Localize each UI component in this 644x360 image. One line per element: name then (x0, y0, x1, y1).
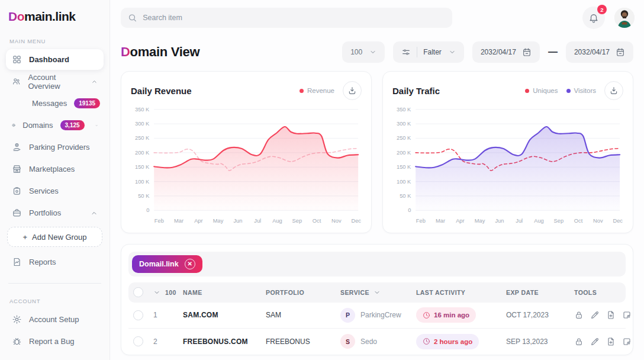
date-to-picker[interactable]: 2032/04/17 (566, 41, 633, 63)
sidebar-item-account-overview[interactable]: Account Overview (6, 71, 104, 92)
note-add-icon[interactable] (622, 310, 632, 320)
svg-text:May: May (475, 218, 485, 224)
chart-title: Daily Revenue (131, 86, 192, 96)
app-logo: Domain.link (6, 8, 104, 24)
svg-text:Dec: Dec (613, 218, 623, 224)
lock-icon[interactable] (574, 310, 584, 320)
download-icon (347, 86, 357, 95)
download-icon (609, 86, 619, 95)
daily-revenue-card: Daily Revenue Revenue 050 K100 K150 K200… (121, 71, 372, 233)
svg-text:300 K: 300 K (397, 121, 411, 127)
service-cell: P ParkingCrew (340, 308, 416, 323)
add-new-group-button[interactable]: + Add New Group (7, 227, 102, 247)
sidebar-item-dashboard[interactable]: Dashboard (6, 49, 104, 70)
exp-date: SEP 13,2023 (506, 338, 574, 346)
svg-text:50 K: 50 K (138, 193, 150, 199)
download-chart-button[interactable] (343, 81, 362, 100)
svg-text:300 K: 300 K (135, 121, 150, 127)
sidebar-item-marketplaces[interactable]: Marketplaces (6, 159, 104, 179)
remove-filter-icon[interactable]: ✕ (185, 259, 195, 269)
download-chart-button[interactable] (604, 81, 623, 100)
sidebar-item-label: Marketplaces (29, 165, 75, 173)
sidebar-item-account-setup[interactable]: Account Setup (6, 309, 104, 330)
chip-divider (417, 47, 417, 57)
sidebar-item-label: Messages (32, 99, 67, 108)
calendar-icon (522, 47, 532, 57)
user-avatar[interactable] (614, 8, 635, 28)
sidebar-item-parking-providers[interactable]: Parking Providers (6, 137, 104, 158)
chevron-down-icon[interactable] (153, 289, 160, 296)
sidebar-item-report-a-bug[interactable]: Report a Bug (6, 331, 104, 352)
legend-dot (525, 89, 529, 93)
notification-badge: 2 (597, 5, 607, 14)
svg-text:Mar: Mar (436, 218, 445, 224)
account-section-label: ACCOUNT (9, 298, 100, 304)
notifications-button[interactable]: 2 (582, 7, 605, 29)
lock-icon[interactable] (574, 337, 584, 346)
col-portfolio[interactable]: PORTFOLIO (266, 289, 340, 296)
service-avatar: S (340, 334, 355, 349)
title-gradient-part: D (121, 44, 130, 59)
sidebar-item-reports[interactable]: Reports (6, 252, 104, 272)
col-exp-date[interactable]: EXP DATE (506, 289, 574, 296)
search-bar[interactable] (121, 8, 452, 28)
sidebar-item-domains[interactable]: Domains 3,125 (6, 115, 104, 136)
sidebar-item-services[interactable]: Services (6, 181, 104, 201)
service-avatar: P (340, 308, 355, 323)
svg-text:350 K: 350 K (397, 107, 411, 112)
edit-pencil-icon[interactable] (590, 310, 600, 320)
filter-dropdown[interactable]: Falter (393, 41, 464, 63)
sidebar-item-messages[interactable]: Messages 19135 (6, 93, 104, 114)
title-rest: omain View (130, 44, 200, 59)
col-service[interactable]: SERVICE (340, 289, 416, 296)
svg-text:100 K: 100 K (135, 179, 150, 185)
table-header-row: 100 NAME PORTFOLIO SERVICE LAST ACTIVITY… (128, 282, 626, 303)
file-plus-icon[interactable] (606, 337, 616, 346)
portfolio-name: FREEBONUS (266, 338, 340, 346)
filter-tag-label: Domail.link (139, 260, 179, 268)
revenue-chart-svg: 050 K100 K150 K200 K250 K300 K350 KFebMa… (130, 104, 363, 227)
sidebar-item-portfolios[interactable]: Portfolios (6, 202, 104, 223)
filter-tag-chip[interactable]: Domail.link ✕ (132, 255, 202, 273)
trafic-chart: 050 K100 K150 K200 K250 K300 K350 KFebMa… (391, 104, 624, 227)
row-index: 2 (153, 338, 183, 346)
svg-text:Oct: Oct (313, 218, 321, 224)
page-size-value: 100 (350, 48, 362, 56)
chevron-down-icon (449, 49, 456, 56)
svg-text:50 K: 50 K (400, 193, 411, 199)
rows-count: 100 (165, 289, 176, 296)
select-all-checkbox[interactable] (133, 287, 143, 297)
add-new-group-label: Add New Group (32, 233, 87, 242)
revenue-chart: 050 K100 K150 K200 K250 K300 K350 KFebMa… (130, 104, 363, 227)
svg-text:Mar: Mar (174, 218, 183, 224)
search-icon (128, 13, 137, 22)
col-name[interactable]: NAME (183, 289, 266, 296)
page-title: Domain View (121, 44, 199, 60)
table-row[interactable]: 2 FREEBONUS.COM FREEBONUS S Sedo 2 hours… (128, 329, 626, 355)
legend-dot (300, 89, 304, 93)
search-input[interactable] (143, 14, 445, 22)
date-to-value: 2032/04/17 (574, 48, 610, 56)
svg-text:Jun: Jun (233, 218, 242, 224)
date-from-picker[interactable]: 2032/04/17 (472, 41, 540, 63)
main-area: 2 Domain View 100 Falter (110, 0, 644, 360)
bug-icon (12, 336, 22, 346)
legend-uniques: Uniques (525, 87, 558, 94)
exp-date: OCT 17,2023 (506, 311, 574, 319)
col-last-activity[interactable]: LAST ACTIVITY (416, 289, 506, 296)
svg-text:Jul: Jul (254, 218, 261, 224)
svg-text:200 K: 200 K (397, 150, 411, 156)
row-checkbox[interactable] (133, 336, 143, 346)
storefront-icon (12, 164, 22, 174)
trafic-chart-svg: 050 K100 K150 K200 K250 K300 K350 KFebMa… (391, 104, 624, 227)
table-row[interactable]: 1 SAM.COM SAM P ParkingCrew 16 min ago O… (128, 303, 626, 329)
file-plus-icon[interactable] (606, 310, 616, 320)
sidebar-item-label: Reports (29, 258, 56, 266)
page-size-dropdown[interactable]: 100 (342, 41, 385, 63)
note-add-icon[interactable] (622, 337, 632, 346)
row-checkbox[interactable] (133, 310, 143, 320)
sidebar-divider (8, 283, 101, 284)
edit-pencil-icon[interactable] (590, 337, 600, 346)
sidebar-item-label: Parking Providers (29, 143, 90, 152)
domains-badge: 3,125 (60, 120, 85, 130)
